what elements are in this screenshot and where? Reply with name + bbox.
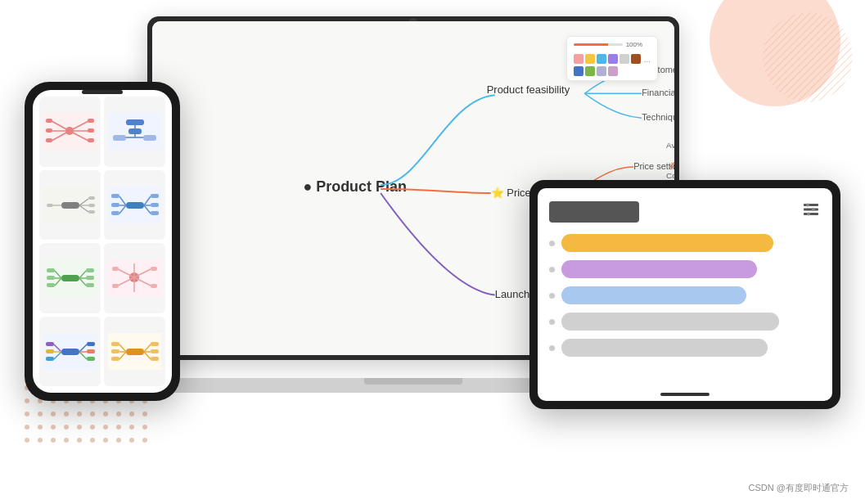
color-swatch-2[interactable] xyxy=(585,54,595,64)
svg-rect-74 xyxy=(47,276,55,280)
tablet-bar-5 xyxy=(561,339,768,357)
svg-rect-108 xyxy=(151,349,159,353)
svg-point-211 xyxy=(142,425,147,430)
svg-text:Product feasibility: Product feasibility xyxy=(487,83,570,96)
svg-rect-93 xyxy=(87,342,95,346)
svg-rect-115 xyxy=(111,357,119,361)
svg-rect-28 xyxy=(88,138,94,142)
settings-icon[interactable] xyxy=(800,198,822,221)
color-swatch-3[interactable] xyxy=(597,54,606,64)
svg-rect-25 xyxy=(46,138,52,142)
svg-point-206 xyxy=(77,425,82,430)
svg-text:Average price: Average price xyxy=(666,141,674,150)
svg-point-207 xyxy=(90,425,95,430)
color-swatch-6[interactable] xyxy=(631,54,641,64)
mindmap-thumbnail-blue-h xyxy=(108,187,161,223)
tablet-dot-5 xyxy=(549,345,555,351)
svg-rect-84 xyxy=(112,267,119,271)
svg-rect-45 xyxy=(88,210,95,214)
svg-rect-73 xyxy=(47,268,55,272)
tablet-device xyxy=(529,180,840,409)
svg-point-199 xyxy=(116,412,121,416)
svg-point-218 xyxy=(103,438,108,443)
phone-template-4[interactable] xyxy=(104,170,165,241)
gantt-icon xyxy=(802,200,820,218)
svg-point-210 xyxy=(129,425,134,430)
svg-rect-55 xyxy=(151,211,159,215)
svg-rect-23 xyxy=(46,119,52,123)
svg-rect-103 xyxy=(126,349,144,355)
svg-rect-87 xyxy=(151,284,157,288)
tablet-home-bar xyxy=(660,393,710,396)
tablet-dot-2 xyxy=(549,267,555,272)
tablet-body xyxy=(529,180,840,409)
palette-more[interactable]: ... xyxy=(644,55,651,64)
svg-rect-89 xyxy=(61,349,79,355)
svg-rect-85 xyxy=(112,284,119,288)
tablet-bar-4 xyxy=(561,313,779,331)
color-swatch-9[interactable] xyxy=(597,66,606,76)
svg-rect-37 xyxy=(143,135,156,141)
phone-template-7[interactable] xyxy=(39,317,101,387)
tablet-dot-1 xyxy=(549,241,555,246)
svg-rect-49 xyxy=(126,202,144,209)
color-swatch-4[interactable] xyxy=(608,54,618,64)
mindmap-thumbnail-blue-tree xyxy=(108,113,161,150)
mindmap-thumbnail-orange xyxy=(108,333,161,370)
svg-point-205 xyxy=(64,425,69,430)
slider-value: 100% xyxy=(626,41,642,48)
tablet-row-3 xyxy=(549,286,821,304)
svg-rect-53 xyxy=(151,194,159,198)
svg-rect-69 xyxy=(86,283,94,287)
svg-point-209 xyxy=(116,425,121,430)
svg-point-215 xyxy=(64,438,69,443)
svg-point-221 xyxy=(142,438,147,443)
svg-rect-32 xyxy=(126,119,144,125)
color-swatch-5[interactable] xyxy=(619,54,629,64)
svg-rect-114 xyxy=(111,349,119,353)
tablet-bar-2 xyxy=(561,260,757,278)
tablet-dot-3 xyxy=(549,293,555,299)
svg-point-217 xyxy=(90,438,95,443)
svg-rect-118 xyxy=(804,213,818,215)
tablet-row-2 xyxy=(549,260,821,278)
svg-point-202 xyxy=(25,425,29,430)
svg-point-216 xyxy=(77,438,82,443)
color-swatch-10[interactable] xyxy=(608,66,618,76)
color-palette: 100% ... xyxy=(566,36,658,81)
slider-track xyxy=(574,43,623,46)
svg-point-121 xyxy=(807,213,810,216)
svg-point-203 xyxy=(38,425,43,430)
phone-body xyxy=(25,82,180,401)
svg-rect-107 xyxy=(151,342,159,346)
svg-rect-61 xyxy=(111,211,119,215)
svg-point-219 xyxy=(116,438,121,443)
tablet-bar-3 xyxy=(561,286,746,304)
svg-rect-68 xyxy=(86,276,94,280)
svg-point-204 xyxy=(51,425,56,430)
color-swatch-8[interactable] xyxy=(585,66,595,76)
phone-template-2[interactable] xyxy=(104,97,165,167)
svg-rect-59 xyxy=(111,194,119,198)
svg-point-2 xyxy=(763,12,853,102)
phone-template-5[interactable] xyxy=(39,243,101,313)
svg-rect-36 xyxy=(113,135,126,141)
svg-rect-109 xyxy=(151,357,159,361)
svg-rect-94 xyxy=(87,349,95,353)
phone-notch xyxy=(82,90,123,94)
svg-point-119 xyxy=(806,204,809,207)
palette-slider: 100% xyxy=(574,41,651,48)
svg-rect-75 xyxy=(47,283,55,287)
phone-template-8[interactable] xyxy=(104,317,165,387)
color-swatch-7[interactable] xyxy=(574,66,583,76)
svg-point-214 xyxy=(51,438,56,443)
phone-template-6[interactable] xyxy=(104,243,165,313)
phone-template-1[interactable] xyxy=(39,97,101,167)
color-swatch-1[interactable] xyxy=(574,54,583,64)
phone-template-3[interactable] xyxy=(39,170,101,241)
tablet-row-1 xyxy=(549,234,821,252)
tablet-screen xyxy=(538,188,832,401)
svg-rect-67 xyxy=(86,268,94,272)
svg-rect-44 xyxy=(88,204,95,207)
phone-device xyxy=(25,82,180,401)
